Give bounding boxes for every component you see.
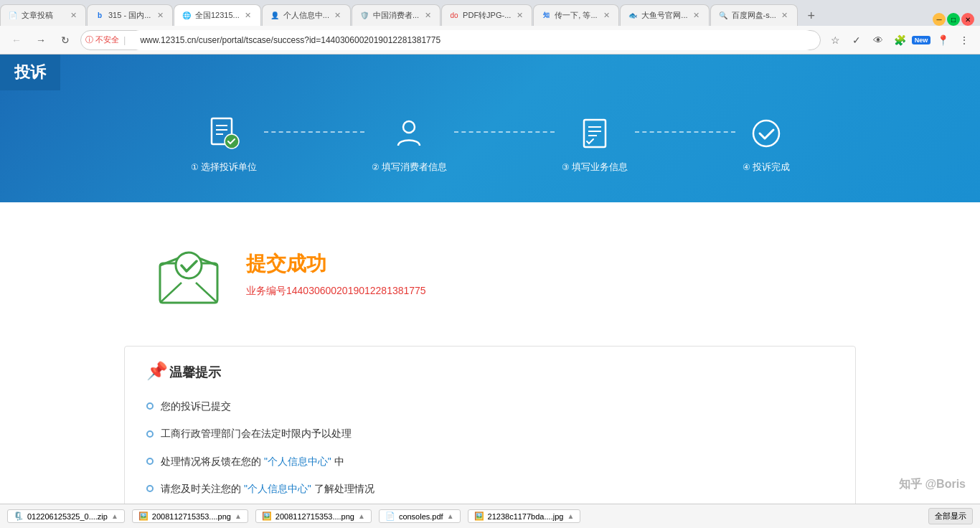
tab-1-close[interactable]: ✕	[68, 11, 78, 21]
step-dash-3	[628, 131, 743, 133]
step-4-label: ④ 投诉完成	[743, 161, 790, 174]
new-tab-button[interactable]: +	[801, 6, 821, 26]
maximize-button[interactable]: □	[947, 13, 960, 26]
refresh-button[interactable]: ↻	[56, 31, 75, 50]
tab-4-title: 个人信息中...	[283, 10, 329, 21]
download-name-4: consoles.pdf	[399, 512, 443, 521]
tips-title: 温馨提示	[169, 364, 221, 381]
close-button[interactable]: ✕	[961, 13, 974, 26]
step-2-icon	[387, 112, 430, 155]
extension-icon[interactable]: 🧩	[891, 32, 908, 49]
tab-3-close[interactable]: ✕	[243, 11, 253, 21]
bookmark-icon[interactable]: ☆	[826, 32, 844, 49]
minimize-button[interactable]: ─	[933, 13, 946, 26]
step-1: ① 选择投诉单位	[191, 112, 257, 174]
tab-3[interactable]: 🌐 全国12315... ✕	[174, 4, 261, 26]
tab-7-title: 传一下, 等...	[555, 10, 598, 21]
step-dash-2	[447, 131, 562, 133]
complaint-title-bar: 投诉	[0, 55, 60, 90]
download-icon-4: 📄	[385, 512, 395, 521]
forward-button[interactable]: →	[32, 31, 50, 50]
tab-8-favicon: 🐟	[628, 11, 638, 21]
tab-8[interactable]: 🐟 大鱼号官网... ✕	[620, 4, 709, 26]
download-chevron-1[interactable]: ▲	[111, 512, 118, 520]
steps-container: ① 选择投诉单位 ② 填写消费者信息	[0, 105, 980, 188]
svg-point-10	[753, 121, 779, 146]
tab-9[interactable]: 🔍 百度网盘-s... ✕	[710, 4, 798, 26]
separator: |	[123, 34, 126, 45]
tab-2-close[interactable]: ✕	[155, 11, 165, 21]
step-2-label: ② 填写消费者信息	[372, 161, 447, 174]
tab-6-favicon: do	[449, 11, 459, 21]
download-name-1: 012206125325_0....zip	[27, 512, 108, 521]
tab-3-favicon: 🌐	[182, 11, 192, 21]
download-bar: 🗜️ 012206125325_0....zip ▲ 🖼️ 2008112715…	[0, 504, 980, 528]
tab-bar: 📄 文章投稿 ✕ b 315 - 国内... ✕ 🌐 全国12315... ✕ …	[0, 0, 980, 26]
tip-bullet-1	[146, 402, 154, 410]
step-dash-1	[257, 131, 372, 133]
download-name-3: 2008112715353....png	[275, 512, 354, 521]
complaint-header: 投诉 ① 选择投诉单位	[0, 55, 980, 202]
download-name-5: 21238c1177bda....jpg	[488, 512, 564, 521]
personal-center-link-2[interactable]: "个人信息中心"	[244, 483, 311, 494]
menu-button[interactable]: ⋮	[956, 32, 973, 49]
tab-6-close[interactable]: ✕	[514, 11, 524, 21]
tab-3-title: 全国12315...	[195, 10, 240, 21]
tab-9-close[interactable]: ✕	[780, 11, 790, 21]
location-icon[interactable]: 📍	[934, 32, 951, 49]
show-all-button[interactable]: 全部显示	[928, 508, 973, 524]
step-3-icon	[573, 112, 616, 155]
check-icon[interactable]: ✓	[848, 32, 865, 49]
download-chevron-4[interactable]: ▲	[447, 512, 454, 520]
main-area: 提交成功 业务编号144030600201901228138177​5 📌 温馨…	[110, 202, 870, 504]
tip-item-3: 处理情况将反馈在您的 "个人信息中心" 中	[146, 453, 834, 469]
download-icon-2: 🖼️	[138, 512, 149, 521]
personal-center-link-1[interactable]: "个人信息中心"	[264, 456, 331, 467]
tab-2[interactable]: b 315 - 国内... ✕	[87, 4, 173, 26]
download-icon-1: 🗜️	[14, 512, 24, 521]
step-4: ④ 投诉完成	[743, 112, 790, 174]
url-input[interactable]	[130, 30, 816, 50]
svg-point-5	[403, 121, 415, 133]
tab-1[interactable]: 📄 文章投稿 ✕	[0, 4, 86, 26]
download-chevron-5[interactable]: ▲	[567, 512, 574, 520]
tip-bullet-3	[146, 458, 154, 465]
tab-8-title: 大鱼号官网...	[641, 10, 687, 21]
tip-bullet-2	[146, 430, 154, 438]
new-badge: New	[913, 32, 930, 49]
success-section: 提交成功 业务编号144030600201901228138177​5	[124, 217, 856, 331]
tab-5-favicon: 🛡️	[359, 11, 369, 21]
tab-2-title: 315 - 国内...	[108, 10, 151, 21]
tip-bullet-4	[146, 485, 154, 492]
svg-rect-6	[584, 120, 606, 147]
tab-5[interactable]: 🛡️ 中国消费者... ✕	[352, 4, 440, 26]
tab-4[interactable]: 👤 个人信息中... ✕	[262, 4, 351, 26]
tips-section: 📌 温馨提示 您的投诉已提交 工商行政管理部门会在法定时限内予以处理 处理情况将…	[124, 346, 856, 504]
step-2: ② 填写消费者信息	[372, 112, 447, 174]
download-icon-5: 🖼️	[474, 512, 484, 521]
eye-icon[interactable]: 👁	[870, 32, 887, 49]
step-3: ③ 填写业务信息	[562, 112, 628, 174]
download-chevron-2[interactable]: ▲	[235, 512, 242, 520]
address-bar: ← → ↻ ⓘ 不安全 | ☆ ✓ 👁 🧩 New 📍 ⋮	[0, 26, 980, 55]
tab-7-close[interactable]: ✕	[601, 11, 611, 21]
download-icon-3: 🖼️	[262, 512, 272, 521]
download-item-3[interactable]: 🖼️ 2008112715353....png ▲	[255, 509, 372, 523]
step-1-label: ① 选择投诉单位	[191, 161, 257, 174]
tab-4-close[interactable]: ✕	[333, 11, 343, 21]
back-button[interactable]: ←	[7, 31, 26, 50]
tab-5-title: 中国消费者...	[373, 10, 419, 21]
download-item-5[interactable]: 🖼️ 21238c1177bda....jpg ▲	[468, 509, 581, 523]
security-icon: ⓘ 不安全	[85, 34, 119, 45]
download-item-4[interactable]: 📄 consoles.pdf ▲	[379, 509, 461, 523]
tab-9-favicon: 🔍	[718, 11, 728, 21]
tab-7[interactable]: 知 传一下, 等... ✕	[533, 4, 619, 26]
tab-5-close[interactable]: ✕	[423, 11, 433, 21]
success-title: 提交成功	[246, 250, 426, 278]
tab-8-close[interactable]: ✕	[692, 11, 702, 21]
tab-2-favicon: b	[95, 11, 105, 21]
download-item-2[interactable]: 🖼️ 2008112715353....png ▲	[132, 509, 248, 523]
download-chevron-3[interactable]: ▲	[358, 512, 365, 520]
tab-6[interactable]: do PDF转JPG-... ✕	[441, 4, 532, 26]
download-item-1[interactable]: 🗜️ 012206125325_0....zip ▲	[7, 509, 125, 523]
